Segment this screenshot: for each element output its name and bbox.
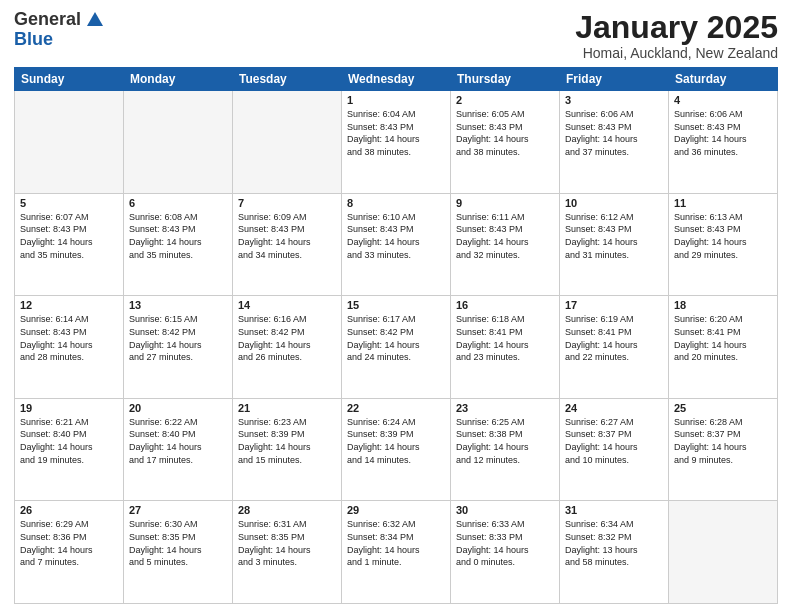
day-info: Sunrise: 6:18 AM Sunset: 8:41 PM Dayligh… <box>456 313 554 363</box>
calendar-week-2: 5Sunrise: 6:07 AM Sunset: 8:43 PM Daylig… <box>15 193 778 296</box>
col-tuesday: Tuesday <box>233 68 342 91</box>
calendar-week-1: 1Sunrise: 6:04 AM Sunset: 8:43 PM Daylig… <box>15 91 778 194</box>
col-saturday: Saturday <box>669 68 778 91</box>
day-info: Sunrise: 6:07 AM Sunset: 8:43 PM Dayligh… <box>20 211 118 261</box>
calendar-day <box>15 91 124 194</box>
day-number: 8 <box>347 197 445 209</box>
calendar-day: 8Sunrise: 6:10 AM Sunset: 8:43 PM Daylig… <box>342 193 451 296</box>
calendar-day: 19Sunrise: 6:21 AM Sunset: 8:40 PM Dayli… <box>15 398 124 501</box>
day-number: 19 <box>20 402 118 414</box>
calendar-day <box>233 91 342 194</box>
day-number: 27 <box>129 504 227 516</box>
day-info: Sunrise: 6:29 AM Sunset: 8:36 PM Dayligh… <box>20 518 118 568</box>
day-info: Sunrise: 6:06 AM Sunset: 8:43 PM Dayligh… <box>565 108 663 158</box>
day-number: 25 <box>674 402 772 414</box>
calendar-day: 6Sunrise: 6:08 AM Sunset: 8:43 PM Daylig… <box>124 193 233 296</box>
day-number: 21 <box>238 402 336 414</box>
calendar-table: Sunday Monday Tuesday Wednesday Thursday… <box>14 67 778 604</box>
day-number: 7 <box>238 197 336 209</box>
day-number: 1 <box>347 94 445 106</box>
day-number: 4 <box>674 94 772 106</box>
logo-general: General <box>14 10 81 30</box>
col-thursday: Thursday <box>451 68 560 91</box>
calendar-header-row: Sunday Monday Tuesday Wednesday Thursday… <box>15 68 778 91</box>
day-info: Sunrise: 6:06 AM Sunset: 8:43 PM Dayligh… <box>674 108 772 158</box>
day-number: 29 <box>347 504 445 516</box>
day-info: Sunrise: 6:19 AM Sunset: 8:41 PM Dayligh… <box>565 313 663 363</box>
calendar-day: 20Sunrise: 6:22 AM Sunset: 8:40 PM Dayli… <box>124 398 233 501</box>
day-info: Sunrise: 6:20 AM Sunset: 8:41 PM Dayligh… <box>674 313 772 363</box>
day-number: 16 <box>456 299 554 311</box>
calendar-week-4: 19Sunrise: 6:21 AM Sunset: 8:40 PM Dayli… <box>15 398 778 501</box>
calendar-day: 2Sunrise: 6:05 AM Sunset: 8:43 PM Daylig… <box>451 91 560 194</box>
calendar-day: 28Sunrise: 6:31 AM Sunset: 8:35 PM Dayli… <box>233 501 342 604</box>
calendar-day: 31Sunrise: 6:34 AM Sunset: 8:32 PM Dayli… <box>560 501 669 604</box>
day-number: 23 <box>456 402 554 414</box>
day-number: 2 <box>456 94 554 106</box>
title-location: Homai, Auckland, New Zealand <box>575 45 778 61</box>
day-number: 22 <box>347 402 445 414</box>
calendar-day: 26Sunrise: 6:29 AM Sunset: 8:36 PM Dayli… <box>15 501 124 604</box>
calendar-day: 5Sunrise: 6:07 AM Sunset: 8:43 PM Daylig… <box>15 193 124 296</box>
day-number: 30 <box>456 504 554 516</box>
day-info: Sunrise: 6:25 AM Sunset: 8:38 PM Dayligh… <box>456 416 554 466</box>
day-info: Sunrise: 6:22 AM Sunset: 8:40 PM Dayligh… <box>129 416 227 466</box>
calendar-day: 9Sunrise: 6:11 AM Sunset: 8:43 PM Daylig… <box>451 193 560 296</box>
day-info: Sunrise: 6:21 AM Sunset: 8:40 PM Dayligh… <box>20 416 118 466</box>
calendar-day: 14Sunrise: 6:16 AM Sunset: 8:42 PM Dayli… <box>233 296 342 399</box>
calendar-day: 25Sunrise: 6:28 AM Sunset: 8:37 PM Dayli… <box>669 398 778 501</box>
day-number: 12 <box>20 299 118 311</box>
day-info: Sunrise: 6:13 AM Sunset: 8:43 PM Dayligh… <box>674 211 772 261</box>
page: General Blue January 2025 Homai, Aucklan… <box>0 0 792 612</box>
day-info: Sunrise: 6:09 AM Sunset: 8:43 PM Dayligh… <box>238 211 336 261</box>
day-info: Sunrise: 6:11 AM Sunset: 8:43 PM Dayligh… <box>456 211 554 261</box>
day-info: Sunrise: 6:32 AM Sunset: 8:34 PM Dayligh… <box>347 518 445 568</box>
day-number: 17 <box>565 299 663 311</box>
calendar-day: 12Sunrise: 6:14 AM Sunset: 8:43 PM Dayli… <box>15 296 124 399</box>
day-number: 9 <box>456 197 554 209</box>
day-number: 20 <box>129 402 227 414</box>
calendar-day: 30Sunrise: 6:33 AM Sunset: 8:33 PM Dayli… <box>451 501 560 604</box>
day-info: Sunrise: 6:27 AM Sunset: 8:37 PM Dayligh… <box>565 416 663 466</box>
calendar-day <box>669 501 778 604</box>
calendar-day: 22Sunrise: 6:24 AM Sunset: 8:39 PM Dayli… <box>342 398 451 501</box>
calendar-day: 13Sunrise: 6:15 AM Sunset: 8:42 PM Dayli… <box>124 296 233 399</box>
day-number: 18 <box>674 299 772 311</box>
day-info: Sunrise: 6:08 AM Sunset: 8:43 PM Dayligh… <box>129 211 227 261</box>
calendar-day <box>124 91 233 194</box>
day-info: Sunrise: 6:31 AM Sunset: 8:35 PM Dayligh… <box>238 518 336 568</box>
day-number: 31 <box>565 504 663 516</box>
calendar-day: 1Sunrise: 6:04 AM Sunset: 8:43 PM Daylig… <box>342 91 451 194</box>
calendar-day: 3Sunrise: 6:06 AM Sunset: 8:43 PM Daylig… <box>560 91 669 194</box>
calendar-week-3: 12Sunrise: 6:14 AM Sunset: 8:43 PM Dayli… <box>15 296 778 399</box>
title-block: January 2025 Homai, Auckland, New Zealan… <box>575 10 778 61</box>
calendar-day: 18Sunrise: 6:20 AM Sunset: 8:41 PM Dayli… <box>669 296 778 399</box>
calendar-week-5: 26Sunrise: 6:29 AM Sunset: 8:36 PM Dayli… <box>15 501 778 604</box>
day-info: Sunrise: 6:28 AM Sunset: 8:37 PM Dayligh… <box>674 416 772 466</box>
day-info: Sunrise: 6:04 AM Sunset: 8:43 PM Dayligh… <box>347 108 445 158</box>
calendar-day: 23Sunrise: 6:25 AM Sunset: 8:38 PM Dayli… <box>451 398 560 501</box>
calendar-day: 16Sunrise: 6:18 AM Sunset: 8:41 PM Dayli… <box>451 296 560 399</box>
day-number: 28 <box>238 504 336 516</box>
day-info: Sunrise: 6:24 AM Sunset: 8:39 PM Dayligh… <box>347 416 445 466</box>
col-sunday: Sunday <box>15 68 124 91</box>
day-info: Sunrise: 6:30 AM Sunset: 8:35 PM Dayligh… <box>129 518 227 568</box>
day-info: Sunrise: 6:34 AM Sunset: 8:32 PM Dayligh… <box>565 518 663 568</box>
day-info: Sunrise: 6:17 AM Sunset: 8:42 PM Dayligh… <box>347 313 445 363</box>
day-info: Sunrise: 6:33 AM Sunset: 8:33 PM Dayligh… <box>456 518 554 568</box>
day-info: Sunrise: 6:16 AM Sunset: 8:42 PM Dayligh… <box>238 313 336 363</box>
day-info: Sunrise: 6:12 AM Sunset: 8:43 PM Dayligh… <box>565 211 663 261</box>
day-number: 15 <box>347 299 445 311</box>
calendar-day: 21Sunrise: 6:23 AM Sunset: 8:39 PM Dayli… <box>233 398 342 501</box>
day-number: 26 <box>20 504 118 516</box>
day-info: Sunrise: 6:14 AM Sunset: 8:43 PM Dayligh… <box>20 313 118 363</box>
day-number: 3 <box>565 94 663 106</box>
col-friday: Friday <box>560 68 669 91</box>
day-number: 11 <box>674 197 772 209</box>
logo: General Blue <box>14 10 107 50</box>
day-number: 5 <box>20 197 118 209</box>
day-info: Sunrise: 6:15 AM Sunset: 8:42 PM Dayligh… <box>129 313 227 363</box>
logo-icon <box>83 6 107 30</box>
day-info: Sunrise: 6:10 AM Sunset: 8:43 PM Dayligh… <box>347 211 445 261</box>
calendar-day: 11Sunrise: 6:13 AM Sunset: 8:43 PM Dayli… <box>669 193 778 296</box>
